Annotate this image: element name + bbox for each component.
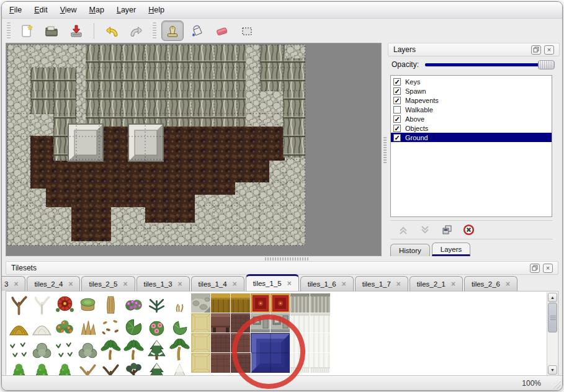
palette-tile-flowers-pink[interactable] bbox=[145, 316, 168, 339]
palette-tile-machine-gray[interactable] bbox=[271, 313, 290, 333]
palette-tile-tree-dead-tan[interactable] bbox=[76, 362, 99, 376]
layer-visibility-checkbox[interactable]: ✓ bbox=[393, 134, 401, 141]
palette-tile-pine-white[interactable] bbox=[168, 362, 191, 376]
scrollbar-thumb[interactable] bbox=[548, 303, 557, 332]
tab-close-icon[interactable]: × bbox=[233, 280, 237, 288]
palette-tile-curtain-white-top[interactable] bbox=[290, 313, 310, 333]
palette-tile-curtain-gray[interactable] bbox=[310, 293, 330, 313]
palette-tile-trunk-tan[interactable] bbox=[99, 293, 122, 316]
layer-row-spawn[interactable]: ✓Spawn bbox=[391, 86, 552, 96]
menu-map[interactable]: Map bbox=[89, 6, 104, 14]
tab-close-icon[interactable]: × bbox=[123, 280, 128, 288]
palette-tile-palm-tree[interactable] bbox=[122, 339, 145, 362]
menu-layer[interactable]: Layer bbox=[117, 6, 136, 14]
new-tool-button[interactable] bbox=[16, 20, 38, 41]
tab-close-icon[interactable]: × bbox=[14, 280, 18, 288]
palette-tile-palm-tall[interactable] bbox=[168, 339, 191, 362]
layer-visibility-checkbox[interactable]: ✓ bbox=[393, 87, 401, 95]
undo-tool-button[interactable] bbox=[101, 20, 123, 41]
palette-tile-lilypad[interactable] bbox=[122, 316, 145, 339]
tab-layers[interactable]: Layers bbox=[432, 243, 471, 256]
palette-tile-sprigs-small[interactable] bbox=[7, 339, 30, 362]
palette-tile-tile-khaki[interactable] bbox=[191, 313, 211, 333]
palette-tile-tile-khaki[interactable] bbox=[191, 353, 211, 373]
tileset-tab-tiles_1_5[interactable]: tiles_1_5× bbox=[246, 274, 299, 291]
tileset-tab-tiles_2_6[interactable]: tiles_2_6× bbox=[464, 276, 517, 291]
palette-tile-pine-snowy[interactable] bbox=[145, 362, 168, 376]
fill-tool-button[interactable] bbox=[186, 20, 208, 41]
layer-row-walkable[interactable]: Walkable bbox=[391, 105, 552, 114]
menu-edit[interactable]: Edit bbox=[34, 6, 48, 14]
palette-tile-conifer-green[interactable] bbox=[53, 362, 76, 376]
menu-file[interactable]: File bbox=[9, 6, 22, 14]
palette-tile-tile-maroon[interactable] bbox=[231, 313, 251, 333]
palette-tile-flowers-orange[interactable] bbox=[53, 316, 76, 339]
palette-tile-curtain-white[interactable] bbox=[290, 333, 310, 353]
palette-tile-tree-dead-brown[interactable] bbox=[7, 293, 30, 316]
tab-close-icon[interactable]: × bbox=[287, 279, 292, 288]
tileset-tab-tiles_1_7[interactable]: tiles_1_7× bbox=[355, 276, 408, 291]
palette-tile-machine-gray[interactable] bbox=[251, 313, 271, 333]
float-panel-button[interactable] bbox=[530, 264, 540, 273]
layer-row-mapevents[interactable]: ✓Mapevents bbox=[391, 96, 552, 105]
palette-tile-carpet-red[interactable] bbox=[251, 293, 271, 313]
tileset-tab-tiles_1_6[interactable]: tiles_1_6× bbox=[300, 276, 354, 291]
layer-visibility-checkbox[interactable] bbox=[393, 106, 401, 114]
palette-tile-tile-stone[interactable] bbox=[191, 293, 211, 313]
close-panel-button[interactable]: × bbox=[544, 45, 554, 55]
layer-row-keys[interactable]: ✓Keys bbox=[391, 77, 552, 86]
map-canvas[interactable] bbox=[7, 45, 305, 246]
tileset-palette[interactable]: ▲ ▼ bbox=[6, 291, 558, 376]
open-tool-button[interactable] bbox=[40, 20, 63, 41]
move-layer-up-button[interactable] bbox=[396, 223, 410, 237]
palette-tile-stump-mossy[interactable] bbox=[76, 293, 99, 316]
palette-tile-mound-snow[interactable] bbox=[30, 316, 53, 339]
map-viewport[interactable] bbox=[6, 43, 382, 256]
tileset-tab-tiles_2_4[interactable]: tiles_2_4× bbox=[27, 276, 80, 291]
palette-tile-conifer-green[interactable] bbox=[30, 362, 53, 376]
palette-tile-leaves-scatter[interactable] bbox=[99, 316, 122, 339]
tab-close-icon[interactable]: × bbox=[342, 280, 346, 288]
palette-tile-sprig-dry[interactable] bbox=[168, 293, 191, 316]
palette-tile-lilypad-cut[interactable] bbox=[168, 316, 191, 339]
palette-tile-sprigs-small[interactable] bbox=[53, 339, 76, 362]
eraser-tool-button[interactable] bbox=[211, 20, 233, 41]
scroll-down-button[interactable]: ▼ bbox=[548, 365, 557, 375]
palette-tile-tile-gold[interactable] bbox=[211, 293, 231, 313]
palette-tile-tree-branchy-dark[interactable] bbox=[122, 362, 145, 376]
duplicate-layer-button[interactable] bbox=[440, 223, 454, 237]
palette-tile-mound-hay[interactable] bbox=[7, 316, 30, 339]
horizontal-splitter[interactable] bbox=[2, 256, 562, 261]
palette-tile-blue-block[interactable] bbox=[251, 333, 290, 373]
tab-close-icon[interactable]: × bbox=[451, 280, 455, 288]
palette-tile-tile-maroon[interactable] bbox=[211, 333, 231, 353]
palette-tile-table-brown[interactable] bbox=[211, 313, 231, 333]
vertical-splitter[interactable] bbox=[382, 43, 388, 256]
palette-tile-bush-gray[interactable] bbox=[30, 339, 53, 362]
toolbar-grip[interactable] bbox=[153, 22, 156, 39]
tileset-tab-3[interactable]: 3× bbox=[1, 276, 25, 291]
palette-tile-fern-dark[interactable] bbox=[145, 293, 168, 316]
palette-tile-tile-gold[interactable] bbox=[231, 293, 251, 313]
tab-close-icon[interactable]: × bbox=[506, 280, 510, 288]
palette-tile-palm-tree[interactable] bbox=[99, 339, 122, 362]
close-panel-button[interactable]: × bbox=[543, 264, 553, 273]
layer-row-above[interactable]: ✓Above bbox=[391, 114, 552, 123]
palette-tile-curtain-white-fringe[interactable] bbox=[310, 353, 330, 373]
tileset-tab-tiles_1_4[interactable]: tiles_1_4× bbox=[191, 276, 244, 291]
scroll-up-button[interactable]: ▲ bbox=[548, 293, 557, 302]
delete-layer-button[interactable] bbox=[462, 223, 475, 237]
tileset-tab-tiles_2_5[interactable]: tiles_2_5× bbox=[81, 276, 135, 291]
redo-tool-button[interactable] bbox=[125, 20, 148, 41]
palette-tile-curtain-gray[interactable] bbox=[290, 293, 310, 313]
palette-tile-pine-snowy[interactable] bbox=[145, 339, 168, 362]
save-tool-button[interactable] bbox=[65, 20, 87, 41]
layer-visibility-checkbox[interactable]: ✓ bbox=[393, 125, 401, 132]
palette-scrollbar[interactable]: ▲ ▼ bbox=[547, 292, 557, 375]
palette-tile-tree-dead-white[interactable] bbox=[30, 293, 53, 316]
menu-view[interactable]: View bbox=[60, 6, 77, 14]
tab-close-icon[interactable]: × bbox=[178, 280, 182, 288]
layer-visibility-checkbox[interactable]: ✓ bbox=[393, 78, 401, 86]
layer-visibility-checkbox[interactable]: ✓ bbox=[393, 115, 401, 123]
palette-tile-curtain-white-fringe[interactable] bbox=[290, 353, 310, 373]
